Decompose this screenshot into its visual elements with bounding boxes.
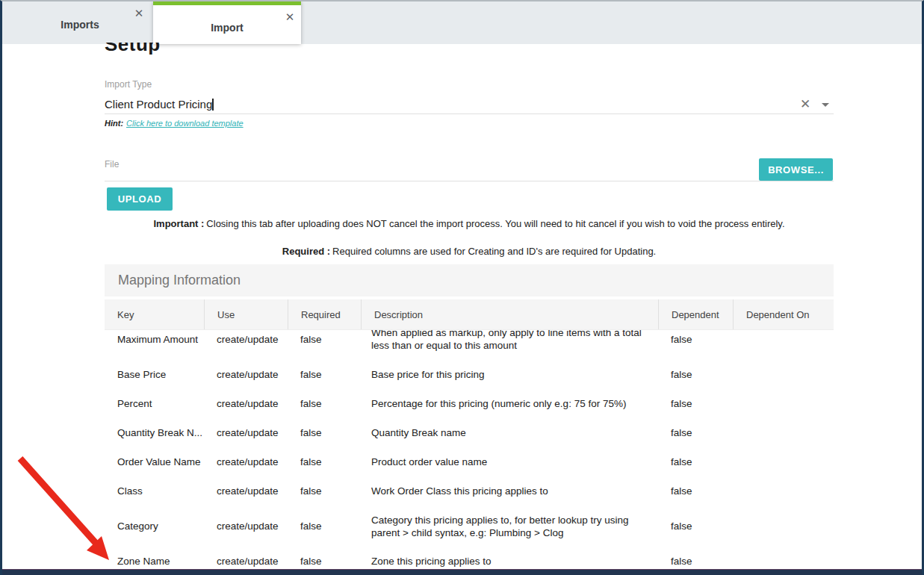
tab-imports[interactable]: Imports ✕: [10, 1, 150, 44]
cell-description: Quantity Break name: [361, 426, 658, 439]
cell-dependent: false: [658, 368, 733, 381]
cell-required: false: [288, 368, 361, 381]
cell-key: Base Price: [105, 368, 204, 381]
cell-description: Work Order Class this pricing applies to: [361, 485, 658, 497]
cell-required: false: [288, 397, 361, 410]
table-row: Order Value Name create/update false Pro…: [105, 447, 834, 476]
import-type-underline: [105, 114, 834, 114]
cell-required: false: [288, 333, 361, 346]
import-type-value: Client Product Pricing: [105, 98, 212, 111]
cell-key: Order Value Name: [105, 456, 204, 468]
important-note-text: Closing this tab after uploading does NO…: [206, 218, 784, 229]
table-row: Class create/update false Work Order Cla…: [105, 476, 834, 506]
cell-dependent: false: [658, 426, 733, 439]
cell-use: create/update: [204, 397, 288, 410]
cell-required: false: [288, 426, 361, 439]
cell-use: create/update: [204, 426, 288, 439]
cell-use: create/update: [204, 368, 288, 381]
import-type-input[interactable]: Client Product Pricing: [105, 98, 214, 111]
cell-dependent: false: [658, 456, 733, 468]
file-label: File: [105, 159, 119, 170]
bottom-bar: [2, 569, 922, 575]
cell-dependent: false: [658, 485, 733, 497]
required-note-bold: Required :: [282, 246, 330, 257]
table-row: Percent create/update false Percentage f…: [105, 389, 834, 418]
column-header-dependent-on: Dependent On: [733, 299, 834, 329]
column-header-use: Use: [204, 299, 288, 329]
column-header-key: Key: [105, 299, 204, 329]
required-note-text: Required columns are used for Creating a…: [332, 246, 656, 257]
cell-dependent: false: [658, 555, 733, 568]
cell-key: Percent: [105, 397, 204, 410]
page-title-clip: Setup: [105, 43, 254, 58]
cell-key: Zone Name: [105, 555, 204, 568]
cell-required: false: [288, 555, 361, 568]
column-header-description: Description: [361, 299, 658, 329]
download-template-link[interactable]: Click here to download template: [126, 119, 244, 128]
cell-key: Maximum Amount: [105, 333, 204, 346]
cell-description: Zone this pricing applies to: [361, 555, 658, 568]
required-note: Required :Required columns are used for …: [105, 246, 834, 257]
cell-key: Class: [105, 485, 204, 497]
cell-use: create/update: [204, 520, 288, 532]
column-header-dependent: Dependent: [658, 299, 733, 329]
cell-use: create/update: [204, 456, 288, 468]
table-body[interactable]: Maximum Amount create/update false When …: [105, 330, 834, 571]
cell-dependent: false: [658, 397, 733, 410]
cell-key: Category: [105, 520, 204, 532]
cell-dependent: false: [658, 520, 733, 532]
text-cursor: [212, 99, 214, 111]
import-type-label: Import Type: [105, 79, 152, 90]
cell-use: create/update: [204, 333, 288, 346]
cell-description: Base price for this pricing: [361, 368, 658, 381]
cell-required: false: [288, 485, 361, 497]
cell-description: Percentage for this pricing (numeric onl…: [361, 397, 658, 410]
cell-use: create/update: [204, 485, 288, 497]
table-row: Maximum Amount create/update false When …: [105, 330, 834, 360]
table-row: Quantity Break N... create/update false …: [105, 418, 834, 447]
mapping-information-panel: Mapping Information Key Use Required Des…: [105, 264, 834, 571]
tab-import-label: Import: [153, 22, 301, 34]
table-row-zone-name: Zone Name create/update false Zone this …: [105, 547, 834, 571]
column-header-required: Required: [288, 299, 361, 329]
cell-use: create/update: [204, 555, 288, 568]
hint-line: Hint:Click here to download template: [105, 119, 244, 128]
upload-button[interactable]: UPLOAD: [107, 187, 173, 211]
table-row: Category create/update false Category th…: [105, 506, 834, 547]
tab-imports-label: Imports: [10, 19, 150, 31]
hint-prefix: Hint:: [105, 119, 123, 128]
tab-bar: Imports ✕ Import ✕: [2, 1, 922, 44]
chevron-down-icon[interactable]: [822, 103, 829, 107]
table-header-row: Key Use Required Description Dependent D…: [105, 299, 834, 330]
mapping-information-title: Mapping Information: [105, 264, 834, 296]
page-title: Setup: [105, 43, 254, 56]
important-note: Important :Closing this tab after upload…: [105, 218, 834, 229]
close-icon[interactable]: ✕: [132, 7, 146, 20]
important-note-bold: Important :: [153, 218, 204, 229]
app-window: Imports ✕ Import ✕ Setup Import Type Cli…: [0, 0, 924, 575]
file-underline: [105, 181, 834, 181]
cell-dependent: false: [658, 333, 733, 346]
browse-button[interactable]: BROWSE...: [759, 158, 833, 181]
table-row: Base Price create/update false Base pric…: [105, 360, 834, 389]
cell-description: When applied as markup, only apply to li…: [361, 330, 658, 352]
cell-description: Category this pricing applies to, for be…: [361, 514, 658, 539]
cell-required: false: [288, 456, 361, 468]
cell-key: Quantity Break N...: [105, 426, 204, 439]
cell-required: false: [288, 520, 361, 532]
clear-icon[interactable]: ✕: [800, 96, 810, 112]
close-icon[interactable]: ✕: [283, 10, 297, 24]
cell-description: Product order value name: [361, 456, 658, 468]
tab-import-active[interactable]: Import ✕: [153, 1, 301, 44]
